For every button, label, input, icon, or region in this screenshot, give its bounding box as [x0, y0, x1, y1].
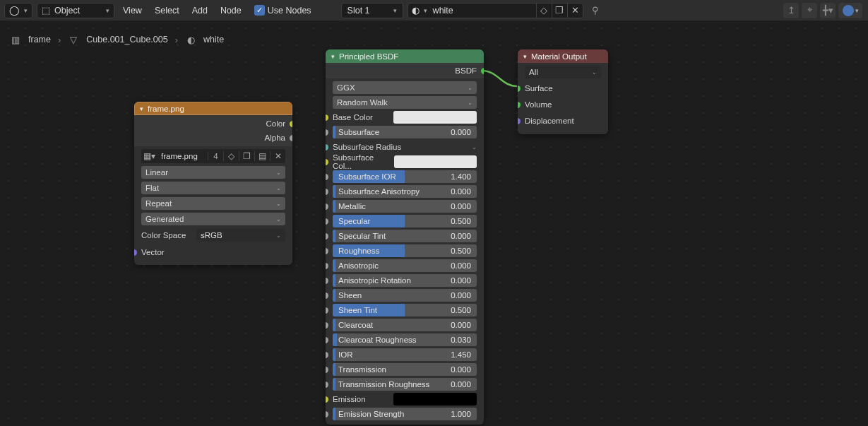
snap-toggle[interactable]: ⌖ [802, 3, 817, 18]
socket-base-color[interactable]: Base Color [333, 111, 477, 124]
socket-dot[interactable] [134, 249, 137, 256]
node-header[interactable]: ▾ frame.png [134, 102, 292, 115]
editor-type-dropdown[interactable]: ◯ ▾ [4, 3, 32, 18]
node-header[interactable]: ▾ Principled BSDF [326, 49, 484, 63]
slider[interactable]: Emission Strength1.000 [333, 408, 477, 420]
slider[interactable]: Clearcoat0.000 [333, 319, 477, 331]
interaction-mode-dropdown[interactable]: ⬚ Object ▾ [37, 3, 114, 18]
socket-emission[interactable]: Emission [333, 393, 477, 406]
socket-dot[interactable] [518, 102, 521, 108]
socket-dot[interactable] [290, 121, 292, 127]
socket-roughness[interactable]: Roughness0.500 [333, 244, 477, 257]
target-dropdown[interactable]: All⌄ [525, 66, 601, 78]
socket-transmission[interactable]: Transmission0.000 [333, 363, 477, 376]
socket-out-alpha[interactable]: Alpha [134, 131, 292, 145]
breadcrumb-mesh[interactable]: Cube.001_Cube.005 [86, 35, 167, 45]
colorspace-dropdown[interactable]: sRGB⌄ [196, 229, 285, 242]
node-principled-bsdf[interactable]: ▾ Principled BSDF BSDF GGX⌄ Random Walk⌄… [326, 49, 484, 425]
overlay-toggle[interactable]: ▾ [838, 3, 862, 18]
socket-dot[interactable] [326, 381, 328, 388]
image-datablock-field[interactable]: ▦▾ frame.png 4 ◇ ❐ ▤ ✕ [141, 149, 285, 163]
socket-dot[interactable] [326, 322, 328, 329]
socket-dot[interactable] [290, 135, 292, 141]
menu-select[interactable]: Select [150, 6, 184, 16]
extension-dropdown[interactable]: Repeat⌄ [141, 197, 285, 210]
color-swatch[interactable] [393, 111, 477, 124]
socket-dot[interactable] [326, 278, 328, 284]
socket-clearcoat[interactable]: Clearcoat0.000 [333, 319, 477, 331]
interpolation-dropdown[interactable]: Linear⌄ [141, 166, 285, 179]
socket-sheen[interactable]: Sheen0.000 [333, 289, 477, 302]
breadcrumb-material[interactable]: white [203, 35, 224, 45]
material-slot-dropdown[interactable]: Slot 1 ▾ [341, 3, 403, 18]
socket-subsurface-color[interactable]: Subsurface Col... [333, 155, 477, 168]
slider[interactable]: IOR1.450 [333, 348, 477, 361]
socket-dot[interactable] [326, 307, 328, 314]
image-users-count[interactable]: 4 [208, 152, 223, 160]
color-swatch[interactable] [394, 155, 477, 168]
collapse-toggle-icon[interactable]: ▾ [140, 105, 143, 112]
socket-subsurface-ior[interactable]: Subsurface IOR1.400 [333, 170, 477, 183]
socket-dot[interactable] [326, 411, 328, 418]
socket-subsurface-radius[interactable]: Subsurface Radius ⌄ [333, 141, 477, 153]
slider[interactable]: Specular0.500 [333, 215, 477, 227]
slider[interactable]: Anisotropic Rotation0.000 [333, 274, 477, 287]
socket-dot[interactable] [518, 85, 521, 92]
snap-options[interactable]: ╋▾ [820, 3, 836, 18]
socket-in-surface[interactable]: Surface [525, 82, 601, 95]
slider[interactable]: Sheen Tint0.500 [333, 304, 477, 316]
slider[interactable]: Specular Tint0.000 [333, 230, 477, 242]
unlink-image-icon[interactable]: ✕ [270, 151, 285, 161]
slider[interactable]: Metallic0.000 [333, 200, 477, 213]
breadcrumb-object[interactable]: frame [28, 35, 51, 45]
socket-transmission-roughness[interactable]: Transmission Roughness0.000 [333, 378, 477, 391]
slider[interactable]: Subsurface IOR1.400 [333, 170, 477, 183]
socket-dot[interactable] [326, 367, 328, 373]
socket-dot[interactable] [326, 248, 328, 254]
distribution-dropdown[interactable]: GGX⌄ [333, 81, 477, 94]
slider[interactable]: Subsurface0.000 [333, 126, 477, 138]
socket-subsurface[interactable]: Subsurface0.000 [333, 126, 477, 138]
menu-node[interactable]: Node [216, 6, 246, 16]
slider[interactable]: Transmission0.000 [333, 363, 477, 376]
socket-anisotropic[interactable]: Anisotropic0.000 [333, 259, 477, 272]
socket-specular[interactable]: Specular0.500 [333, 215, 477, 227]
parent-node-tree-button[interactable]: ↥ [783, 3, 799, 18]
socket-dot[interactable] [326, 114, 328, 121]
socket-in-displacement[interactable]: Displacement [525, 114, 601, 127]
socket-dot[interactable] [326, 292, 328, 299]
collapse-toggle-icon[interactable]: ▾ [523, 53, 527, 60]
node-link-bsdf-surface[interactable] [480, 68, 523, 92]
projection-dropdown[interactable]: Flat⌄ [141, 182, 285, 194]
slider[interactable]: Clearcoat Roughness0.030 [333, 333, 477, 346]
color-swatch[interactable] [393, 393, 477, 406]
source-dropdown[interactable]: Generated⌄ [141, 213, 285, 225]
slider[interactable]: Transmission Roughness0.000 [333, 378, 477, 391]
use-nodes-toggle[interactable]: ✓ Use Nodes [250, 5, 316, 16]
pin-icon[interactable]: ⚲ [588, 5, 603, 16]
socket-dot[interactable] [326, 159, 328, 165]
socket-clearcoat-roughness[interactable]: Clearcoat Roughness0.030 [333, 333, 477, 346]
socket-dot[interactable] [326, 337, 328, 343]
socket-dot[interactable] [326, 233, 328, 239]
fake-user-icon[interactable]: ◇ [536, 3, 552, 18]
socket-in-volume[interactable]: Volume [525, 98, 601, 111]
open-image-icon[interactable]: ▤ [254, 151, 270, 161]
socket-dot[interactable] [326, 218, 328, 225]
socket-anisotropic-rotation[interactable]: Anisotropic Rotation0.000 [333, 274, 477, 287]
node-material-output[interactable]: ▾ Material Output All⌄ Surface Volume Di… [518, 49, 608, 134]
slider[interactable]: Roughness0.500 [333, 244, 477, 257]
image-browse-icon[interactable]: ▦▾ [141, 151, 157, 161]
socket-dot[interactable] [326, 189, 328, 195]
unlink-icon[interactable]: ✕ [567, 3, 583, 18]
socket-dot[interactable] [326, 263, 328, 269]
socket-in-vector[interactable]: Vector [141, 245, 285, 259]
socket-dot[interactable] [326, 396, 328, 403]
collapse-toggle-icon[interactable]: ▾ [331, 53, 335, 60]
slider[interactable]: Subsurface Anisotropy0.000 [333, 185, 477, 198]
socket-emission-strength[interactable]: Emission Strength1.000 [333, 408, 477, 420]
menu-add[interactable]: Add [188, 6, 212, 16]
material-field[interactable]: ◐ ▾ white ◇ ❐ ✕ [408, 3, 583, 18]
socket-dot[interactable] [326, 129, 328, 136]
menu-view[interactable]: View [119, 6, 146, 16]
